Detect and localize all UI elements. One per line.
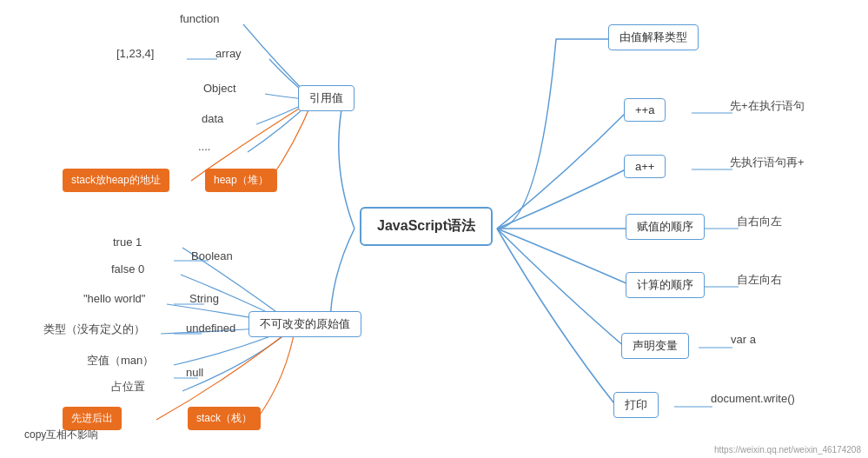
node-lb1: 引用值 <box>298 85 354 111</box>
node-lb2-label: 不可改变的原始值 <box>248 311 361 337</box>
node-r4-child: 自右向左 <box>737 214 782 229</box>
node-r5-child: 自左向右 <box>737 272 782 288</box>
node-r1: 由值解释类型 <box>608 24 699 50</box>
node-lb1-function: function <box>180 12 220 25</box>
center-node: JavaScript语法 <box>354 207 498 246</box>
node-lb1-data: data <box>202 112 223 125</box>
node-lb2-false: false 0 <box>111 262 144 275</box>
node-lb2-helloworld: "hello world" <box>83 292 145 305</box>
node-r4-child-label: 自右向左 <box>737 214 782 229</box>
node-r7-label: 打印 <box>613 392 659 418</box>
node-lb1-label: 引用值 <box>298 85 354 111</box>
node-r7: 打印 <box>613 392 659 418</box>
node-lb2-undefined: undefined <box>186 322 235 335</box>
node-lb2-classtype: 类型（没有定义的） <box>43 322 145 337</box>
mind-map-canvas: JavaScript语法 由值解释类型 ++a 先+在执行语句 a++ 先执行语… <box>0 0 868 458</box>
node-lb2-true: true 1 <box>113 236 142 249</box>
node-r5-child-label: 自左向右 <box>737 272 782 288</box>
node-lb2: 不可改变的原始值 <box>248 311 361 337</box>
node-r3-label: a++ <box>624 155 666 178</box>
node-r3-child-label: 先执行语句再+ <box>730 155 805 170</box>
node-r6-child: var a <box>731 333 756 346</box>
node-r6: 声明变量 <box>621 333 689 359</box>
node-lb1-array-prefix: [1,23,4] <box>116 47 154 60</box>
node-lb1-stack-heap: stack放heap的地址 <box>63 169 169 192</box>
node-lb2-stack: stack（栈） <box>188 407 261 430</box>
node-lb2-null: null <box>186 366 203 379</box>
node-r2-child-label: 先+在执行语句 <box>730 98 805 114</box>
node-lb2-placeholder: 占位置 <box>111 379 145 395</box>
node-lb2-nullman: 空值（man） <box>87 353 154 368</box>
node-r7-child: document.write() <box>711 392 795 405</box>
node-r5-label: 计算的顺序 <box>626 272 705 298</box>
node-r3: a++ <box>624 155 666 178</box>
node-lb1-array: array <box>215 47 242 60</box>
node-r2: ++a <box>624 98 666 122</box>
node-lb2-lifo: 先进后出 <box>63 407 122 430</box>
node-r2-child: 先+在执行语句 <box>730 98 805 114</box>
node-lb2-copy: copy互相不影响 <box>24 428 98 442</box>
node-lb1-dots: .... <box>198 140 210 153</box>
node-lb2-boolean: Boolean <box>191 249 233 262</box>
node-lb2-string: String <box>189 292 219 305</box>
node-r5: 计算的顺序 <box>626 272 705 298</box>
node-lb1-object: Object <box>203 82 236 95</box>
node-r6-child-label: var a <box>731 333 756 346</box>
node-r6-label: 声明变量 <box>621 333 689 359</box>
node-lb1-heap: heap（堆） <box>205 169 277 192</box>
node-r4: 赋值的顺序 <box>626 214 705 240</box>
node-r3-child: 先执行语句再+ <box>730 155 805 170</box>
watermark: https://weixin.qq.net/weixin_46174208 <box>714 445 861 455</box>
node-r1-label: 由值解释类型 <box>608 24 699 50</box>
node-r2-label: ++a <box>624 98 666 122</box>
node-r7-child-label: document.write() <box>711 392 795 405</box>
center-label: JavaScript语法 <box>360 207 493 246</box>
node-r4-label: 赋值的顺序 <box>626 214 705 240</box>
